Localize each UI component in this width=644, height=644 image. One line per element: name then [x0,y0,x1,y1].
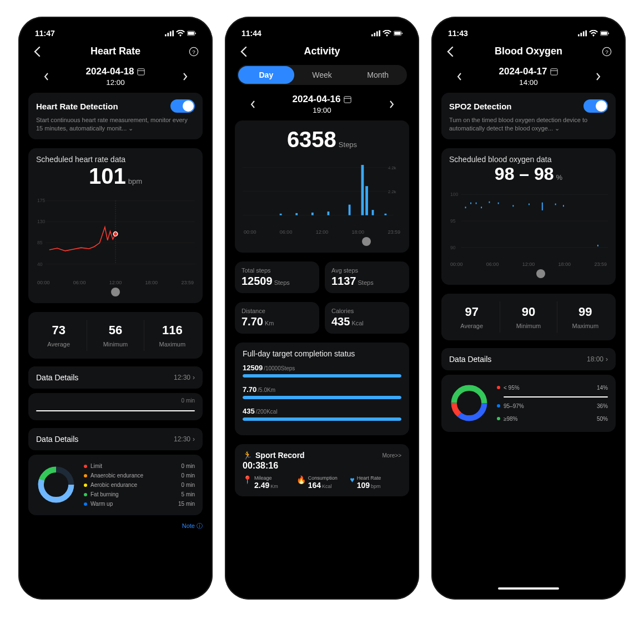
svg-rect-73 [555,203,556,205]
chart-scrubber[interactable] [536,269,545,278]
svg-rect-56 [551,69,557,75]
cellular-icon [165,30,174,37]
svg-rect-2 [170,31,172,36]
date-next-icon[interactable] [385,100,398,108]
svg-rect-67 [481,207,482,208]
sport-record-card[interactable]: 🏃 Sport Record More>> 00:38:16 📍Mileage2… [235,444,409,496]
date-picker[interactable]: 2024-04-18 12:00 [53,66,178,87]
help-icon[interactable]: ? [600,47,613,57]
svg-rect-72 [542,202,543,210]
chevron-right-icon: › [606,355,608,363]
range-slider[interactable] [36,410,195,411]
progress-bar: 435/200Kcal [243,407,401,421]
details-slider-card: 0 min [28,393,203,420]
data-details-row[interactable]: Data Details 12:30› [28,366,203,389]
svg-rect-48 [580,33,582,36]
note-link[interactable]: Note ⓘ [28,522,203,530]
back-icon[interactable] [237,47,250,57]
svg-rect-43 [361,165,364,215]
svg-rect-74 [563,205,564,207]
avg-steps-card: Avg steps 1137Steps [325,261,409,293]
svg-rect-71 [529,203,530,205]
svg-rect-29 [394,32,400,34]
heart-rate-chart-card: Scheduled heart rate data 101bpm 175 130… [28,148,203,303]
tab-week[interactable]: Week [294,66,350,84]
steps-chart[interactable]: 4.2k 2.2k [243,153,401,225]
progress-bar: 7.70/5.0Km [243,385,401,399]
more-link[interactable]: More>> [383,452,401,459]
calendar-icon [550,68,558,76]
detection-toggle-card: Heart Rate Detection Start continuous he… [28,93,203,139]
stats-card: 73Average 56Minimum 116Maximum [28,312,203,359]
svg-text:95: 95 [450,218,456,224]
status-bar: 11:44 [235,26,409,41]
chart-scrubber[interactable] [362,237,371,246]
target-card: Full-day target completion status 12509/… [235,343,409,435]
svg-text:130: 130 [37,219,46,224]
tab-month[interactable]: Month [350,66,406,84]
calendar-icon [137,68,145,76]
date-next-icon[interactable] [591,73,605,80]
zones-donut [36,465,76,505]
svg-rect-49 [583,31,585,36]
status-bar: 11:43 [441,26,616,41]
svg-rect-0 [165,34,167,37]
home-indicator[interactable] [498,587,559,590]
stats-card: 97Average 90Minimum 99Maximum [441,294,616,340]
data-details-row-2[interactable]: Data Details 12:30› [28,428,203,450]
toggle-title: Heart Rate Detection [36,102,118,111]
spo2-chart[interactable]: 100 95 90 [449,185,608,257]
svg-rect-24 [371,34,373,37]
status-bar: 11:47 [28,26,203,41]
svg-rect-5 [188,32,194,34]
date-prev-icon[interactable] [452,73,466,80]
expand-icon[interactable]: ⌄ [553,125,560,132]
svg-rect-70 [512,205,514,207]
heart-icon: ♥ [350,476,354,484]
svg-rect-44 [365,186,368,215]
svg-rect-6 [195,33,196,34]
wifi-icon [176,30,185,37]
chart-title: Scheduled heart rate data [36,155,195,164]
clock: 11:43 [448,29,468,38]
expand-icon[interactable]: ⌄ [127,125,133,132]
stat-average: 73 [31,323,87,338]
data-details-row[interactable]: Data Details 18:00› [441,348,616,370]
phone-heart-rate: 11:47 Heart Rate ? 2024-04-18 12:00 Hear… [18,17,213,600]
spo2-donut [449,383,489,423]
stat-minimum: 90 [500,305,556,319]
svg-rect-3 [172,31,174,37]
date-prev-icon[interactable] [246,100,259,108]
heart-rate-value: 101 [89,164,126,188]
svg-rect-66 [476,202,477,204]
info-icon: ⓘ [197,522,203,529]
cellular-icon [371,30,380,37]
progress-bar: 12509/10000Steps [243,364,401,378]
toggle-title: SPO2 Detection [449,102,512,111]
date-picker[interactable]: 2024-04-16 19:00 [259,94,385,115]
chart-scrubber[interactable] [111,288,120,296]
svg-rect-31 [344,97,351,103]
svg-text:?: ? [192,48,195,54]
zone-row: Aerobic endurance0 min [84,480,195,490]
battery-icon [394,30,402,37]
cellular-icon [578,30,587,37]
tab-day[interactable]: Day [238,66,294,84]
heart-rate-chart[interactable]: 175 130 85 40 [36,189,195,275]
help-icon[interactable]: ? [187,47,200,57]
phone-blood-oxygen: 11:43 Blood Oxygen ? 2024-04-17 14:00 SP… [431,17,626,600]
svg-rect-45 [372,210,374,215]
detection-toggle[interactable] [170,99,195,113]
svg-rect-69 [498,202,499,204]
steps-value: 6358 [287,127,336,152]
svg-rect-75 [597,245,598,246]
back-icon[interactable] [31,47,44,57]
svg-rect-68 [489,201,490,203]
date-prev-icon[interactable] [39,73,53,80]
spo2-distribution-card: < 95%14%95–97%36%≥98%50% [441,375,616,432]
back-icon[interactable] [444,47,457,57]
spo2-toggle[interactable] [583,99,608,113]
zone-row: Warm up15 min [84,499,195,509]
date-next-icon[interactable] [178,73,192,80]
date-picker[interactable]: 2024-04-17 14:00 [466,66,591,87]
